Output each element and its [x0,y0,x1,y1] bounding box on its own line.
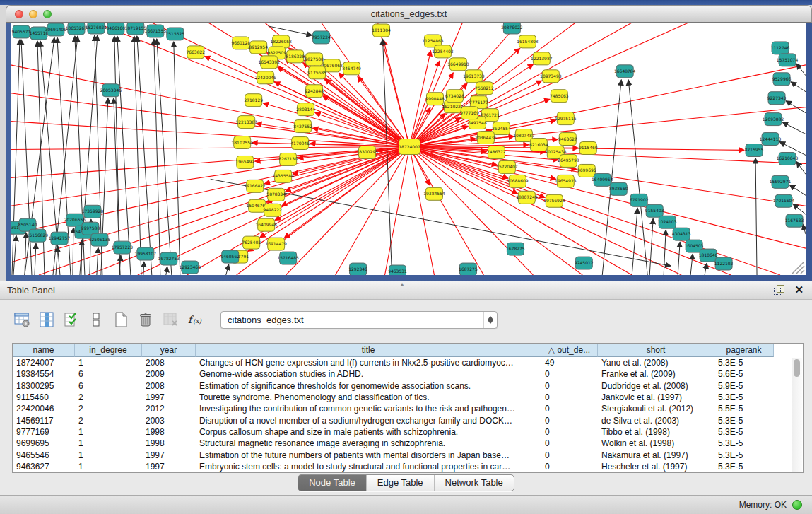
graph-node[interactable]: 1024103 [658,216,677,228]
graph-node[interactable]: 15720407 [496,160,518,173]
graph-node[interactable]: 9405571 [12,25,31,38]
select-columns-icon[interactable] [62,310,81,329]
graph-node[interactable]: 20053346 [100,84,122,97]
graph-node[interactable]: 15692971 [770,175,792,188]
graph-node[interactable]: 1811304 [372,24,391,37]
graph-node[interactable]: 17359928 [82,205,104,218]
graph-node[interactable]: 18300295 [356,146,378,159]
graph-node[interactable]: 8427552 [293,120,312,133]
graph-node[interactable]: 19654923 [555,175,577,187]
graph-node[interactable]: 9242848 [305,85,324,98]
graph-node[interactable]: 8938550 [609,182,628,195]
graph-node[interactable]: 7486372 [487,146,506,159]
graph-node[interactable]: 1292346 [348,263,367,275]
graph-node[interactable]: 16210643 [777,152,799,165]
column-header-in_degree[interactable]: in_degree [75,344,142,357]
graph-node[interactable]: 2718129 [244,94,263,107]
float-panel-icon[interactable] [774,284,784,295]
graph-node[interactable]: 16671355 [145,25,167,37]
graph-node[interactable]: 9175685 [307,66,326,79]
column-header-pagerank[interactable]: pagerank [714,344,774,357]
graph-node[interactable]: 19756928 [543,194,565,207]
graph-node[interactable]: 1810646 [699,249,718,262]
graph-node[interactable]: 19958107 [135,247,157,260]
graph-node[interactable]: 9245012 [575,257,594,269]
graph-node[interactable]: 10653267 [66,23,88,35]
graph-node[interactable]: 12444113 [760,133,782,146]
table-row[interactable]: 2242004622012Investigating the contribut… [13,403,792,414]
graph-node[interactable]: 7485063 [550,90,569,103]
graph-node[interactable]: 9155403 [645,204,664,217]
graph-hub-node[interactable]: 18724007 [399,139,420,155]
network-graph[interactable]: 1872400718300295940557114557183069140610… [11,23,806,275]
graph-node[interactable]: 8304313 [672,228,691,240]
graph-node[interactable]: 20876022 [501,23,523,34]
graph-node[interactable]: 2803144 [296,103,315,116]
graph-node[interactable]: 9463531 [388,265,407,275]
graph-node[interactable]: 9660128 [231,37,250,49]
table-row[interactable]: 977716911998Corpus callosum shape and si… [13,426,792,438]
tab-node-table[interactable]: Node Table [298,475,366,491]
graph-node[interactable]: 6734028 [445,90,464,103]
table-vertical-scrollbar[interactable] [792,358,802,472]
graph-node[interactable]: 16648784 [614,65,636,78]
graph-node[interactable]: 1687275 [459,263,478,275]
table-row[interactable]: 1830029562008Estimation of significance … [13,380,792,392]
scrollbar-thumb[interactable] [794,359,800,377]
graph-node[interactable]: 15156829 [27,229,49,242]
table-row[interactable]: 946362711997Embryonic stem cells: a mode… [13,461,792,472]
table-row[interactable]: 1872400712008Changes of HCN gene express… [13,357,792,368]
graph-node[interactable]: 9460562 [220,250,240,263]
table-mode-icon[interactable] [13,310,31,329]
graph-node[interactable]: 8215955 [745,144,764,157]
graph-node[interactable]: 12923468 [180,261,201,274]
graph-node[interactable]: 3624554 [492,122,511,135]
graph-node[interactable]: 12093882 [763,113,784,126]
graph-node[interactable]: 16782753 [158,252,180,265]
graph-node[interactable]: 9699695 [577,164,596,177]
graph-node[interactable]: 8454749 [342,62,361,75]
graph-node[interactable]: 16914479 [265,238,287,250]
graph-node[interactable]: 10688609 [507,175,529,187]
graph-node[interactable]: 9463627 [558,133,577,146]
graph-node[interactable]: 5878334 [266,188,286,201]
graph-node[interactable]: 8267130 [278,153,298,165]
table-row[interactable]: 1938455462009Genome-wide association stu… [13,368,792,380]
graph-node[interactable]: 20364436 [475,132,497,144]
graph-node[interactable]: 7558212 [475,82,494,95]
graph-node[interactable]: 18226058 [270,35,292,48]
column-header-name[interactable]: name [13,344,75,357]
graph-node[interactable]: 12213987 [531,52,553,65]
graph-node[interactable]: 22420046 [254,71,276,84]
show-columns-icon[interactable] [37,310,56,329]
tab-network-table[interactable]: Network Table [434,475,514,491]
graph-node[interactable]: 10719155 [125,23,147,35]
graph-node[interactable]: 17957223 [112,241,134,254]
network-canvas[interactable]: 1872400718300295940557114557183069140610… [11,23,806,275]
graph-node[interactable]: 30691406 [45,23,67,36]
graph-node[interactable]: 1112746 [771,42,790,54]
graph-node[interactable]: 16543392 [258,56,280,69]
graph-node[interactable]: 16154808 [517,35,539,48]
graph-node[interactable]: 14355584 [272,170,294,182]
resize-grip-icon[interactable] [792,262,804,274]
table-row[interactable]: 969969511998Structural magnetic resonanc… [13,438,792,449]
table-row[interactable]: 911546021997Tourette syndrome. Phenomeno… [13,392,792,403]
graph-node[interactable]: 9115460 [579,142,598,155]
column-header-title[interactable]: title [196,344,541,357]
graph-node[interactable]: 8186328 [286,50,305,63]
graph-node[interactable]: 8912954 [249,41,268,54]
graph-node[interactable]: 19166827 [244,180,266,192]
graph-node[interactable]: 7957224 [312,31,331,44]
split-divider-handle[interactable]: ▴ [401,281,404,287]
import-table-icon[interactable] [161,310,180,329]
graph-node[interactable]: 15276021 [86,23,107,34]
graph-node[interactable]: 9498222 [263,204,282,216]
row-options-icon[interactable] [87,310,105,329]
graph-node[interactable]: 19384554 [423,187,445,200]
table-select-dropdown[interactable]: citations_edges.txt [220,311,498,329]
graph-node[interactable]: 18807249 [516,191,538,204]
graph-node[interactable]: 16409948 [255,218,277,231]
tab-edge-table[interactable]: Edge Table [366,475,434,491]
column-header-out_de[interactable]: △ out_de... [541,344,598,357]
